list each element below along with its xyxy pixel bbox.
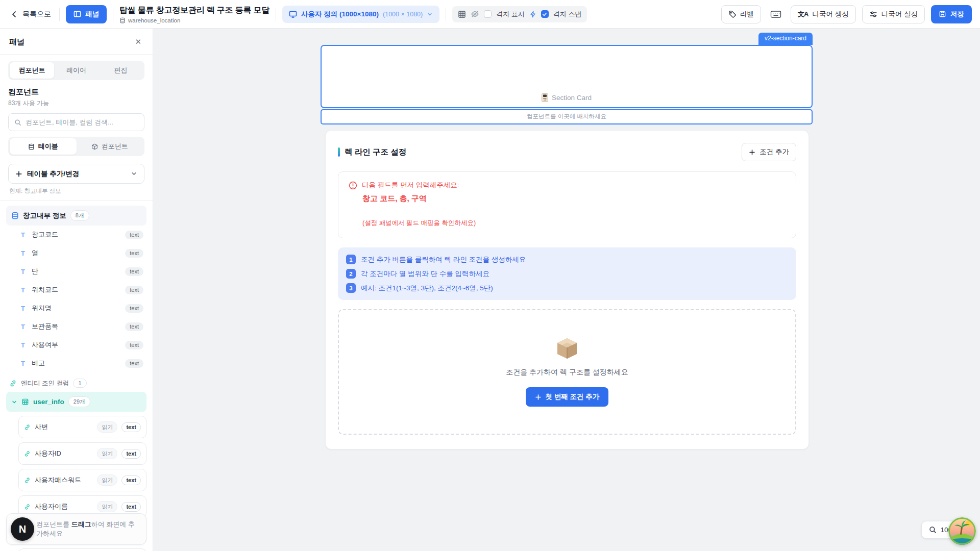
field-item[interactable]: T 보관품목 text <box>6 317 146 336</box>
back-to-list-button[interactable]: 목록으로 <box>8 7 53 22</box>
components-section: 컴포넌트 83개 사용 가능 테이블 컴포넌트 <box>0 80 153 156</box>
link-icon <box>24 450 31 457</box>
join-field-name: 사번 <box>35 422 93 432</box>
add-first-condition-label: 첫 번째 조건 추가 <box>546 392 600 402</box>
grid-snap-checkbox[interactable] <box>541 10 549 18</box>
entity-join-header: 엔티티 조인 컬럼 1 <box>6 372 146 392</box>
join-field-item[interactable] <box>18 548 146 551</box>
field-item[interactable]: T 위치코드 text <box>6 281 146 299</box>
field-type-badge: text <box>125 231 143 239</box>
join-field-item[interactable]: 사번 읽기 text <box>18 416 146 438</box>
i18n-generate-button[interactable]: 文A 다국어 생성 <box>791 5 856 23</box>
tab-components-source[interactable]: 컴포넌트 <box>77 138 143 155</box>
divider <box>59 8 60 21</box>
save-button[interactable]: 저장 <box>931 5 972 23</box>
text-type-icon: T <box>19 231 27 239</box>
required-fields-alert: 다음 필드를 먼저 입력해주세요: 창고 코드, 층, 구역 (설정 패널에서 … <box>338 171 796 238</box>
keyboard-shortcuts-button[interactable] <box>767 6 785 23</box>
divider <box>113 8 113 21</box>
accent-bar <box>338 147 340 157</box>
island-widget-icon[interactable] <box>948 517 976 545</box>
field-type-badge: text <box>125 267 143 276</box>
field-item[interactable]: T 사용여부 text <box>6 336 146 354</box>
tab-tables[interactable]: 테이블 <box>10 138 77 155</box>
lightning-icon <box>529 11 536 18</box>
label-button-text: 라벨 <box>740 10 754 19</box>
search-icon <box>14 119 21 126</box>
i18n-settings-button[interactable]: 다국어 설정 <box>862 5 925 23</box>
tab-edit[interactable]: 편집 <box>99 62 143 79</box>
top-toolbar: 목록으로 패널 탑씰 물류 창고정보관리 렉 구조 등록 모달 warehous… <box>0 0 980 29</box>
field-type-badge: text <box>125 249 143 258</box>
search-input[interactable] <box>26 118 138 126</box>
label-button[interactable]: 라벨 <box>721 5 761 23</box>
text-type-icon: T <box>19 360 27 367</box>
field-type-badge: text <box>121 475 141 485</box>
tab-components[interactable]: 컴포넌트 <box>10 62 54 79</box>
section-card-wrapper: v2-section-card Section Card 컴포넌트를 이곳에 배… <box>321 45 813 124</box>
panel-label: 패널 <box>85 10 99 19</box>
add-condition-button[interactable]: 조건 추가 <box>742 143 796 161</box>
grid-snap-label: 격자 스냅 <box>553 10 582 19</box>
tab-tables-label: 테이블 <box>38 142 58 151</box>
grid-icon[interactable] <box>458 10 466 18</box>
field-type-badge: text <box>121 502 141 512</box>
drag-tip-bold: 드래그 <box>71 520 91 528</box>
field-item[interactable]: T 비고 text <box>6 354 146 372</box>
text-type-icon: T <box>19 323 27 331</box>
viewport-dimensions: (1000 × 1080) <box>383 11 423 18</box>
viewport-size-dropdown[interactable]: 사용자 정의 (1000×1080) (1000 × 1080) <box>282 6 439 23</box>
canvas: v2-section-card Section Card 컴포넌트를 이곳에 배… <box>153 29 980 551</box>
eye-off-icon[interactable] <box>471 10 479 18</box>
section-card-dropzone[interactable]: Section Card <box>321 45 813 108</box>
field-count-badge: 8개 <box>70 210 89 221</box>
field-item[interactable]: T 열 text <box>6 244 146 262</box>
panel-header: 패널 ✕ <box>0 29 153 55</box>
panel-icon <box>74 10 81 18</box>
rack-card-title: 렉 라인 구조 설정 <box>345 147 742 158</box>
empty-conditions-state: 조건을 추가하여 렉 구조를 설정하세요 첫 번째 조건 추가 <box>338 309 796 435</box>
join-field-name: 사용자이름 <box>35 502 93 511</box>
tab-layers[interactable]: 레이어 <box>54 62 99 79</box>
package-box-icon <box>555 337 579 360</box>
field-item[interactable]: T 위치명 text <box>6 299 146 317</box>
chevron-down-icon <box>427 11 433 17</box>
table-group-header[interactable]: 창고내부 정보 8개 <box>6 206 146 226</box>
join-field-item[interactable]: 사용자ID 읽기 text <box>18 442 146 465</box>
link-icon <box>9 380 17 387</box>
close-icon[interactable]: ✕ <box>133 36 143 47</box>
rack-structure-card: 렉 라인 구조 설정 조건 추가 다음 필드를 먼저 입력해주세요: 창고 코드… <box>325 130 809 449</box>
section-card-label-row: Section Card <box>322 93 812 102</box>
entity-user-info-row[interactable]: user_info 29개 <box>6 392 146 412</box>
field-item[interactable]: T 단 text <box>6 262 146 281</box>
add-first-condition-button[interactable]: 첫 번째 조건 추가 <box>526 387 609 407</box>
table-icon <box>21 398 29 406</box>
title-block: 탑씰 물류 창고정보관리 렉 구조 등록 모달 warehouse_locati… <box>119 5 270 23</box>
save-label: 저장 <box>950 10 964 19</box>
section-card-tag[interactable]: v2-section-card <box>758 33 813 45</box>
field-type-badge: text <box>125 286 143 294</box>
section-card-placeholder[interactable]: 컴포넌트를 이곳에 배치하세요 <box>321 109 813 124</box>
panel-toggle-button[interactable]: 패널 <box>66 5 107 23</box>
field-type-badge: text <box>121 449 141 459</box>
field-item[interactable]: T 창고코드 text <box>6 226 146 244</box>
add-table-button[interactable]: 테이블 추가/변경 <box>8 164 144 184</box>
join-field-name: 사용자ID <box>35 449 93 458</box>
entity-field-count: 29개 <box>68 396 90 407</box>
text-type-icon: T <box>19 249 27 257</box>
text-type-icon: T <box>19 305 27 312</box>
field-name: 비고 <box>32 359 120 368</box>
step-row: 1 조건 추가 버튼을 클릭하여 렉 라인 조건을 생성하세요 <box>346 255 788 264</box>
rack-card-header: 렉 라인 구조 설정 조건 추가 <box>338 143 796 161</box>
chevron-down-icon <box>11 399 17 405</box>
alert-intro-text: 다음 필드를 먼저 입력해주세요: <box>362 181 459 190</box>
step-number-badge: 2 <box>346 269 356 279</box>
field-type-badge: text <box>125 322 143 331</box>
grid-show-checkbox[interactable] <box>484 10 492 18</box>
viewport-label: 사용자 정의 (1000×1080) <box>301 10 379 19</box>
n-logo: N <box>11 517 34 541</box>
step-text: 조건 추가 버튼을 클릭하여 렉 라인 조건을 생성하세요 <box>361 255 526 264</box>
save-icon <box>939 10 946 18</box>
join-field-item[interactable]: 사용자패스워드 읽기 text <box>18 469 146 491</box>
text-type-icon: T <box>19 268 27 276</box>
